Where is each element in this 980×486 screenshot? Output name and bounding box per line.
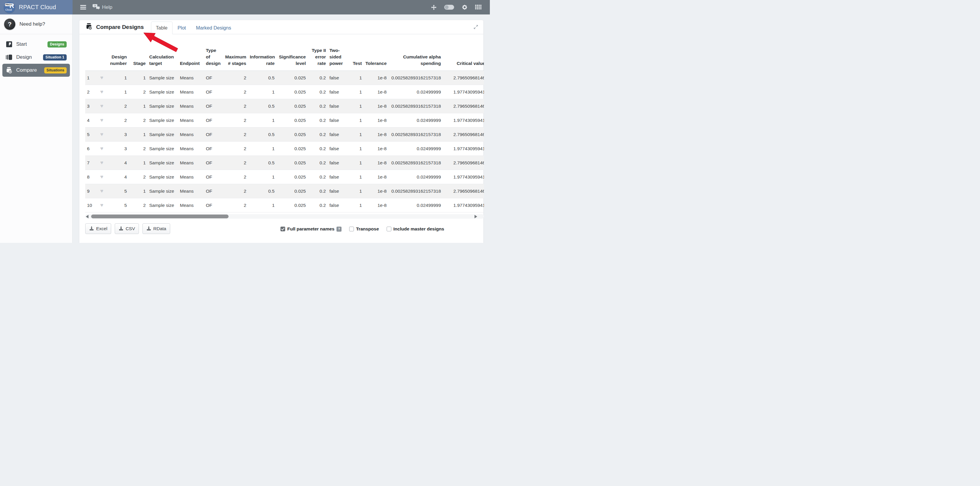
table-cell: Means bbox=[178, 85, 204, 99]
table-cell: 0.025 bbox=[276, 127, 308, 142]
table-cell: 1e-8 bbox=[364, 71, 388, 85]
table-cell: OF bbox=[204, 156, 221, 170]
table-cell: 1 bbox=[129, 127, 148, 142]
heart-icon[interactable]: ♥ bbox=[100, 75, 103, 81]
need-help-button[interactable]: ? Need help? bbox=[0, 18, 72, 30]
sidebar-divider bbox=[0, 34, 72, 34]
column-header bbox=[85, 34, 96, 71]
checkbox[interactable] bbox=[387, 226, 391, 231]
button-label: Excel bbox=[96, 226, 107, 231]
theme-toggle[interactable] bbox=[444, 5, 454, 10]
export-csv-button[interactable]: CSV bbox=[115, 223, 139, 234]
table-cell: 2 bbox=[221, 156, 248, 170]
option-full-parameter-names[interactable]: Full parameter names? bbox=[280, 226, 342, 232]
settings-gear-icon[interactable] bbox=[461, 4, 468, 10]
table-cell: 1 bbox=[349, 170, 364, 184]
table-cell: Means bbox=[178, 71, 204, 85]
table-cell: 0.02499999 bbox=[388, 113, 443, 127]
table-cell: 0.2 bbox=[308, 99, 328, 113]
help-button[interactable]: ? Help bbox=[92, 4, 112, 11]
table-cell: 0.2 bbox=[308, 170, 328, 184]
export-excel-button[interactable]: Excel bbox=[85, 223, 111, 234]
table-cell: Sample size bbox=[148, 156, 178, 170]
scroll-left-arrow[interactable] bbox=[86, 215, 89, 218]
table-cell: 1 bbox=[349, 198, 364, 212]
table-cell: 1e-8 bbox=[364, 113, 388, 127]
table-cell: false bbox=[328, 198, 349, 212]
table-cell: 1.97743095941 bbox=[443, 113, 484, 127]
mark-design-cell: ♥ bbox=[96, 71, 107, 85]
table-cell: 5 bbox=[107, 184, 129, 198]
table-options: Full parameter names?TransposeInclude ma… bbox=[280, 226, 444, 232]
table-cell: 0.2 bbox=[308, 127, 328, 142]
designs-table: ♥Design numberStageCalculation targetEnd… bbox=[85, 34, 484, 212]
table-cell: 2 bbox=[221, 170, 248, 184]
table-cell: false bbox=[328, 85, 349, 99]
question-circle-icon: ? bbox=[4, 19, 15, 30]
column-header: Calculation target bbox=[148, 34, 178, 71]
main-content: Compare Designs TablePlotMarked Designs … bbox=[73, 14, 490, 243]
table-cell: false bbox=[328, 113, 349, 127]
table-cell: OF bbox=[204, 99, 221, 113]
option-transpose[interactable]: Transpose bbox=[349, 226, 379, 232]
heart-icon[interactable]: ♥ bbox=[100, 103, 103, 109]
option-include-master-designs[interactable]: Include master designs bbox=[387, 226, 444, 232]
heart-icon[interactable]: ♥ bbox=[100, 174, 103, 180]
table-cell: OF bbox=[204, 85, 221, 99]
heart-icon[interactable]: ♥ bbox=[100, 188, 103, 194]
sidebar-item-start[interactable]: StartDesigns bbox=[2, 38, 70, 51]
column-header: Information rate bbox=[248, 34, 276, 71]
tab-plot[interactable]: Plot bbox=[172, 22, 191, 34]
mark-design-cell: ♥ bbox=[96, 127, 107, 142]
checkbox[interactable] bbox=[280, 226, 285, 231]
table-row: 3♥21Sample sizeMeansOF20.50.0250.2false1… bbox=[85, 99, 484, 113]
help-badge-icon[interactable]: ? bbox=[337, 226, 342, 232]
table-cell: 2.79650968146 bbox=[443, 184, 484, 198]
sidebar-item-design[interactable]: DesignSituation 1 bbox=[2, 51, 70, 64]
table-cell: 3 bbox=[107, 127, 129, 142]
table-cell: OF bbox=[204, 113, 221, 127]
mark-design-cell: ♥ bbox=[96, 170, 107, 184]
heart-icon[interactable]: ♥ bbox=[100, 202, 103, 208]
table-cell: 0.2 bbox=[308, 198, 328, 212]
table-cell: 0.025 bbox=[276, 170, 308, 184]
sidebar-item-compare[interactable]: CompareSituations bbox=[2, 64, 70, 77]
table-cell: 0.2 bbox=[308, 156, 328, 170]
mark-design-cell: ♥ bbox=[96, 142, 107, 156]
brand-title: RPACT Cloud bbox=[19, 4, 56, 11]
heart-icon[interactable]: ♥ bbox=[100, 159, 103, 166]
row-number-cell: 4 bbox=[85, 113, 96, 127]
heart-icon[interactable]: ♥ bbox=[100, 145, 103, 151]
table-cell: 0.2 bbox=[308, 71, 328, 85]
scroll-right-arrow[interactable] bbox=[474, 215, 477, 218]
grid-view-icon[interactable] bbox=[475, 5, 482, 10]
checkbox-label: Transpose bbox=[356, 226, 379, 232]
table-cell: OF bbox=[204, 142, 221, 156]
row-number-cell: 5 bbox=[85, 127, 96, 142]
checkbox[interactable] bbox=[349, 226, 354, 231]
table-cell: 1 bbox=[349, 113, 364, 127]
table-cell: Means bbox=[178, 198, 204, 212]
panel-expand-icon[interactable] bbox=[473, 24, 479, 30]
scrollbar-thumb[interactable] bbox=[91, 215, 229, 218]
help-chat-icon: ? bbox=[92, 4, 100, 11]
table-cell: 0.025 bbox=[276, 71, 308, 85]
export-rdata-button[interactable]: RData bbox=[142, 223, 170, 234]
table-cell: 2 bbox=[129, 170, 148, 184]
mark-design-cell: ♥ bbox=[96, 184, 107, 198]
hamburger-icon[interactable] bbox=[80, 5, 86, 10]
table-cell: 0.025 bbox=[276, 85, 308, 99]
compare-designs-icon bbox=[85, 23, 93, 32]
tab-table[interactable]: Table bbox=[151, 22, 172, 34]
tab-marked-designs[interactable]: Marked Designs bbox=[191, 22, 236, 34]
table-cell: 2 bbox=[129, 113, 148, 127]
table-cell: 0.002582893162157318 bbox=[388, 99, 443, 113]
heart-icon[interactable]: ♥ bbox=[100, 89, 103, 95]
heart-icon[interactable]: ♥ bbox=[100, 131, 103, 137]
heart-icon[interactable]: ♥ bbox=[100, 117, 103, 123]
expand-arrows-icon[interactable] bbox=[431, 5, 437, 10]
app-window: R PACT Cloud RPACT Cloud ? Help bbox=[0, 0, 490, 243]
table-cell: 0.025 bbox=[276, 156, 308, 170]
table-cell: 0.025 bbox=[276, 184, 308, 198]
table-row: 8♥42Sample sizeMeansOF210.0250.2false11e… bbox=[85, 170, 484, 184]
